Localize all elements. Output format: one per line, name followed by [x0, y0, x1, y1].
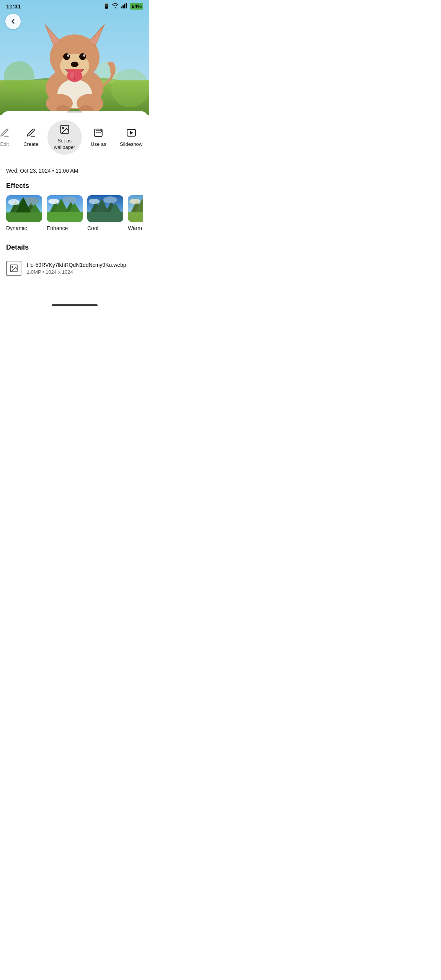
svg-rect-0 [121, 7, 122, 8]
svg-point-52 [48, 199, 59, 204]
svg-point-19 [79, 53, 86, 60]
svg-point-7 [4, 61, 34, 92]
effect-cool[interactable]: Cool [87, 195, 123, 231]
action-label-slideshow: Slideshow [120, 141, 142, 148]
create-icon [26, 127, 36, 138]
svg-point-68 [129, 199, 140, 204]
file-info-row: file-59RVKy7lkhRQdN1ddNcmy9Ku.webp 1.0MP… [6, 257, 143, 280]
svg-point-51 [63, 196, 77, 203]
svg-marker-35 [130, 131, 132, 134]
svg-point-23 [72, 63, 74, 64]
home-bar [52, 304, 98, 306]
status-icons: 📳 64% [103, 3, 143, 10]
pencil-icon [0, 127, 10, 138]
svg-rect-46 [47, 212, 83, 222]
action-item-edit[interactable]: Edit [0, 124, 15, 151]
battery-icon: 64% [130, 3, 143, 10]
action-item-create[interactable]: Create [19, 124, 43, 151]
action-label-edit: Edit [0, 141, 9, 148]
svg-rect-54 [87, 212, 123, 222]
action-row: Edit Create Set aswallpaper [0, 119, 149, 161]
effect-enhance[interactable]: Enhance [47, 195, 83, 231]
svg-point-22 [71, 62, 78, 67]
svg-rect-37 [6, 212, 42, 222]
file-name: file-59RVKy7lkhRQdN1ddNcmy9Ku.webp [27, 262, 126, 268]
svg-rect-62 [128, 212, 143, 222]
wallpaper-icon [59, 124, 70, 135]
file-details-text: file-59RVKy7lkhRQdN1ddNcmy9Ku.webp 1.0MP… [27, 262, 126, 275]
hero-image [0, 0, 149, 115]
svg-point-26 [70, 72, 75, 78]
svg-point-20 [67, 54, 69, 57]
details-title: Details [6, 243, 143, 252]
svg-point-59 [103, 196, 117, 203]
effect-thumb-cool [87, 195, 123, 222]
slideshow-icon [126, 127, 137, 138]
svg-point-18 [63, 53, 70, 60]
svg-rect-3 [126, 3, 127, 8]
effect-label-cool: Cool [87, 225, 98, 231]
effect-thumb-dynamic [6, 195, 42, 222]
file-meta: 1.0MP • 1024 x 1024 [27, 269, 126, 275]
svg-point-32 [62, 127, 64, 129]
effect-dynamic[interactable]: Dynamic [6, 195, 42, 231]
svg-rect-1 [122, 5, 124, 8]
action-item-set-as-wallpaper[interactable]: Set aswallpaper [47, 120, 82, 155]
action-item-slideshow[interactable]: Slideshow [115, 124, 147, 151]
effect-label-dynamic: Dynamic [6, 225, 27, 231]
svg-point-21 [83, 54, 85, 57]
details-section: Details file-59RVKy7lkhRQdN1ddNcmy9Ku.we… [0, 239, 149, 284]
effect-warm[interactable]: Warm [128, 195, 143, 231]
use-as-icon [93, 127, 104, 138]
drag-handle[interactable] [67, 111, 82, 113]
datetime-section: Wed, Oct 23, 2024 • 11:06 AM [0, 161, 149, 177]
effects-title: Effects [6, 182, 143, 190]
wifi-icon [112, 3, 119, 10]
action-label-set-as-wallpaper: Set aswallpaper [54, 138, 75, 151]
vibrate-icon: 📳 [103, 3, 109, 9]
datetime-text: Wed, Oct 23, 2024 • 11:06 AM [6, 168, 78, 174]
home-indicator [0, 300, 149, 309]
file-icon [6, 261, 21, 276]
effects-scroll: Dynamic [6, 195, 143, 234]
status-bar: 11:31 📳 64% [0, 0, 149, 11]
action-item-use-as[interactable]: Use as [86, 124, 111, 151]
signal-icon [121, 3, 128, 10]
action-label-create: Create [23, 141, 38, 148]
svg-point-60 [89, 199, 100, 204]
effect-label-warm: Warm [128, 225, 142, 231]
back-button[interactable] [5, 14, 21, 29]
bottom-sheet: Edit Create Set aswallpaper [0, 111, 149, 309]
status-time: 11:31 [6, 3, 21, 10]
effects-section: Effects [0, 177, 149, 239]
effect-label-enhance: Enhance [47, 225, 68, 231]
svg-point-43 [8, 199, 20, 205]
svg-rect-2 [124, 4, 125, 8]
action-label-use-as: Use as [91, 141, 106, 148]
effect-thumb-warm [128, 195, 143, 222]
effect-thumb-enhance [47, 195, 83, 222]
svg-point-70 [12, 266, 13, 268]
